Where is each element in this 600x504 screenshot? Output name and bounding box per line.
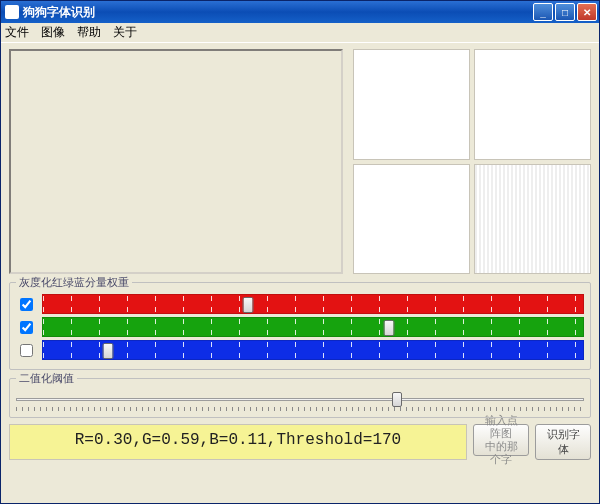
- preview-row: [9, 49, 591, 274]
- recognize-button[interactable]: 识别字体: [535, 424, 591, 460]
- app-icon: [5, 5, 19, 19]
- b-row: [16, 340, 584, 360]
- rgb-group-title: 灰度化红绿蓝分量权重: [16, 275, 132, 290]
- b-slider-thumb[interactable]: [102, 343, 113, 359]
- titlebar[interactable]: 狗狗字体识别 _ □ ✕: [1, 1, 599, 23]
- maximize-button[interactable]: □: [555, 3, 575, 21]
- bottom-bar: R=0.30,G=0.59,B=0.11,Threshold=170 输入点阵图…: [9, 424, 591, 460]
- menu-help[interactable]: 帮助: [77, 24, 101, 41]
- window-buttons: _ □ ✕: [533, 3, 597, 21]
- rgb-weight-group: 灰度化红绿蓝分量权重: [9, 282, 591, 370]
- g-checkbox[interactable]: [20, 321, 33, 334]
- minimize-button[interactable]: _: [533, 3, 553, 21]
- preview-main: [9, 49, 343, 274]
- close-button[interactable]: ✕: [577, 3, 597, 21]
- preview-cell-4: [474, 164, 591, 275]
- menu-image[interactable]: 图像: [41, 24, 65, 41]
- preview-cell-2: [474, 49, 591, 160]
- menu-about[interactable]: 关于: [113, 24, 137, 41]
- app-window: 狗狗字体识别 _ □ ✕ 文件 图像 帮助 关于 灰度化红绿蓝分量权重: [0, 0, 600, 504]
- threshold-slider-thumb[interactable]: [392, 392, 402, 407]
- g-slider-thumb[interactable]: [383, 320, 394, 336]
- threshold-group: 二值化阈值: [9, 378, 591, 418]
- threshold-group-title: 二值化阈值: [16, 371, 77, 386]
- b-checkbox[interactable]: [20, 344, 33, 357]
- r-row: [16, 294, 584, 314]
- threshold-slider[interactable]: [16, 389, 584, 411]
- g-slider[interactable]: [42, 317, 584, 337]
- r-checkbox[interactable]: [20, 298, 33, 311]
- menu-file[interactable]: 文件: [5, 24, 29, 41]
- window-title: 狗狗字体识别: [23, 4, 533, 21]
- menubar: 文件 图像 帮助 关于: [1, 23, 599, 43]
- preview-grid: [353, 49, 591, 274]
- r-slider[interactable]: [42, 294, 584, 314]
- g-row: [16, 317, 584, 337]
- r-slider-thumb[interactable]: [243, 297, 254, 313]
- preview-cell-1: [353, 49, 470, 160]
- readout-text: R=0.30,G=0.59,B=0.11,Threshold=170: [9, 424, 467, 460]
- input-char-button[interactable]: 输入点阵图 中的那个字: [473, 424, 529, 456]
- preview-cell-3: [353, 164, 470, 275]
- client-area: 灰度化红绿蓝分量权重: [1, 43, 599, 503]
- b-slider[interactable]: [42, 340, 584, 360]
